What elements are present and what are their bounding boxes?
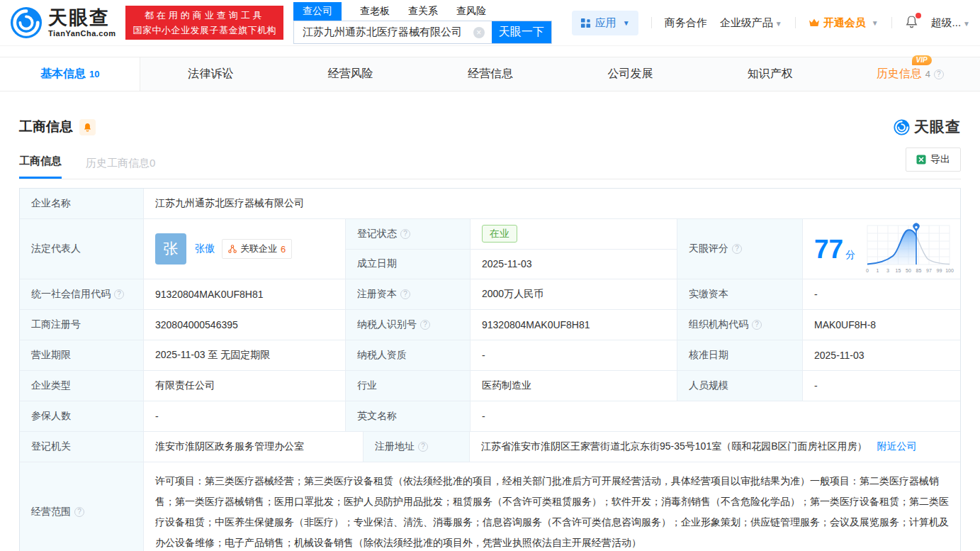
paidin-capital-label: 实缴资本 <box>677 279 803 309</box>
search-tabs: 查公司 查老板 查关系 查风险 <box>293 1 552 21</box>
tab-label: 经营信息 <box>468 67 513 82</box>
svg-text:99: 99 <box>937 268 942 273</box>
search-tab-boss[interactable]: 查老板 <box>360 2 390 21</box>
tianyancha-logo[interactable]: 天眼查 TianYanCha.com <box>10 6 116 39</box>
reg-status-value-cell: 在业 <box>471 219 677 249</box>
help-icon[interactable] <box>114 289 124 299</box>
org-code-label-cell: 组织机构代码 <box>677 310 803 340</box>
business-reg-no-value: 320804000546395 <box>144 310 346 340</box>
svg-text:3: 3 <box>886 268 889 273</box>
table-row: 工商注册号 320804000546395 纳税人识别号 91320804MAK… <box>20 310 960 340</box>
nav-biz-cooperation[interactable]: 商务合作 <box>665 16 707 30</box>
reg-authority-label: 登记机关 <box>20 432 144 462</box>
help-icon[interactable] <box>400 229 410 239</box>
chevron-down-icon <box>872 19 879 27</box>
svg-text:1: 1 <box>877 268 879 273</box>
field-label: 组织机构代码 <box>689 318 748 331</box>
field-label: 统一社会信用代码 <box>31 288 111 301</box>
nearby-companies-link[interactable]: 附近公司 <box>877 440 917 453</box>
avatar[interactable]: 张 <box>155 233 186 265</box>
score-distribution-chart: 0 1 3 15 50 85 97 99 100 <box>864 223 954 275</box>
nav-enterprise-products[interactable]: 企业级产品 <box>720 16 782 30</box>
company-type-label: 企业类型 <box>20 371 144 401</box>
search-tab-company[interactable]: 查公司 <box>293 2 342 21</box>
score-unit: 分 <box>845 249 855 260</box>
paidin-capital-value: - <box>803 279 960 309</box>
nav-super-vip[interactable]: 超级... <box>931 16 970 30</box>
apps-menu-button[interactable]: 应用 <box>572 11 638 35</box>
org-code-value: MAK0UF8H-8 <box>803 310 960 340</box>
help-icon[interactable] <box>934 69 944 79</box>
header-nav: 应用 商务合作 企业级产品 开通会员 超级... <box>572 11 970 35</box>
table-row: 企业类型 有限责任公司 行业 医药制造业 人员规模 - <box>20 371 960 401</box>
taxpayer-quality-value: - <box>471 340 677 370</box>
reg-address-text: 江苏省淮安市淮阴区王家营街道北京东街95-35号101室（颐和花园B区门面房社区… <box>481 440 867 453</box>
industry-value: 医药制造业 <box>471 371 677 401</box>
export-button[interactable]: 导出 <box>906 148 961 172</box>
industry-label: 行业 <box>346 371 471 401</box>
tab-label: 公司发展 <box>607 67 653 82</box>
tab-legal-proceedings[interactable]: 法律诉讼 <box>140 57 280 91</box>
reg-authority-value: 淮安市淮阴区政务服务管理办公室 <box>144 432 364 462</box>
related-companies-label: 关联企业 <box>240 243 277 255</box>
registered-capital-value: 2000万人民币 <box>471 279 677 309</box>
tab-operating-risk[interactable]: 经营风险 <box>281 57 420 91</box>
logo-brand-text: 天眼查 <box>48 9 116 28</box>
search-button[interactable]: 天眼一下 <box>492 21 551 43</box>
clear-icon[interactable] <box>473 27 485 38</box>
subscribe-bell-button[interactable] <box>79 119 96 135</box>
subtab-history-business-info[interactable]: 历史工商信息0 <box>86 157 155 179</box>
tab-basic-info[interactable]: 基本信息 10 <box>0 57 140 91</box>
score-label: 天眼评分 <box>689 243 728 255</box>
legal-rep-name-link[interactable]: 张傲 <box>195 243 215 255</box>
tab-company-development[interactable]: 公司发展 <box>561 57 700 91</box>
tab-history-info[interactable]: 历史信息 VIP 4 <box>840 57 980 91</box>
help-icon[interactable] <box>400 289 410 299</box>
tab-label: 知识产权 <box>748 67 793 82</box>
search-tab-risk[interactable]: 查风险 <box>456 2 486 21</box>
reg-address-label-cell: 注册地址 <box>364 432 470 462</box>
reg-status-label: 登记状态 <box>357 228 397 240</box>
search-area: 查公司 查老板 查关系 查风险 天眼一下 <box>293 1 552 44</box>
bell-icon <box>83 123 92 132</box>
svg-text:0: 0 <box>866 268 869 273</box>
open-vip-button[interactable]: 开通会员 <box>809 16 879 30</box>
divider <box>651 17 652 28</box>
search-input[interactable] <box>294 21 492 43</box>
watermark-logo: 天眼查 <box>894 117 961 137</box>
help-icon[interactable] <box>732 244 742 254</box>
help-icon[interactable] <box>418 442 428 452</box>
business-term-value: 2025-11-03 至 无固定期限 <box>144 340 346 370</box>
chevron-down-icon <box>775 20 782 28</box>
tab-count: 4 <box>925 69 930 79</box>
main-content: 工商信息 天眼查 工商信息 历史工商信息0 导出 <box>0 117 980 551</box>
watermark-brand: 天眼查 <box>914 117 961 137</box>
company-type-value: 有限责任公司 <box>144 371 346 401</box>
tab-label: 基本信息 <box>40 67 86 82</box>
credit-code-label-cell: 统一社会信用代码 <box>20 279 144 309</box>
help-icon[interactable] <box>752 320 762 330</box>
chevron-down-icon <box>623 19 630 27</box>
svg-text:97: 97 <box>926 268 932 273</box>
help-icon[interactable] <box>74 507 84 517</box>
english-name-label: 英文名称 <box>346 401 471 431</box>
table-row: 营业期限 2025-11-03 至 无固定期限 纳税人资质 - 核准日期 202… <box>20 340 960 371</box>
table-row: 登记机关 淮安市淮阴区政务服务管理办公室 注册地址 江苏省淮安市淮阴区王家营街道… <box>20 432 960 462</box>
company-name-value: 江苏九州通苏北医疗器械有限公司 <box>144 189 960 218</box>
notification-bell-button[interactable] <box>905 15 918 30</box>
tab-operating-info[interactable]: 经营信息 <box>420 57 560 91</box>
registered-capital-label-cell: 注册资本 <box>346 279 471 309</box>
export-label: 导出 <box>930 153 950 166</box>
score-value-cell: 77分 <box>803 219 960 279</box>
slogan-banner: 都在用的商业查询工具 国家中小企业发展子基金旗下机构 <box>125 6 283 40</box>
table-row: 法定代表人 张 张傲 关联企业 6 登 <box>20 219 960 279</box>
tab-intellectual-property[interactable]: 知识产权 <box>700 57 840 91</box>
status-badge: 在业 <box>482 225 517 243</box>
reg-address-value-cell: 江苏省淮安市淮阴区王家营街道北京东街95-35号101室（颐和花园B区门面房社区… <box>470 432 960 462</box>
subtab-business-info[interactable]: 工商信息 <box>19 155 62 179</box>
help-icon[interactable] <box>420 320 430 330</box>
business-reg-no-label: 工商注册号 <box>20 310 144 340</box>
apps-label: 应用 <box>595 16 616 30</box>
search-tab-relation[interactable]: 查关系 <box>408 2 438 21</box>
related-companies-tag[interactable]: 关联企业 6 <box>222 239 292 259</box>
